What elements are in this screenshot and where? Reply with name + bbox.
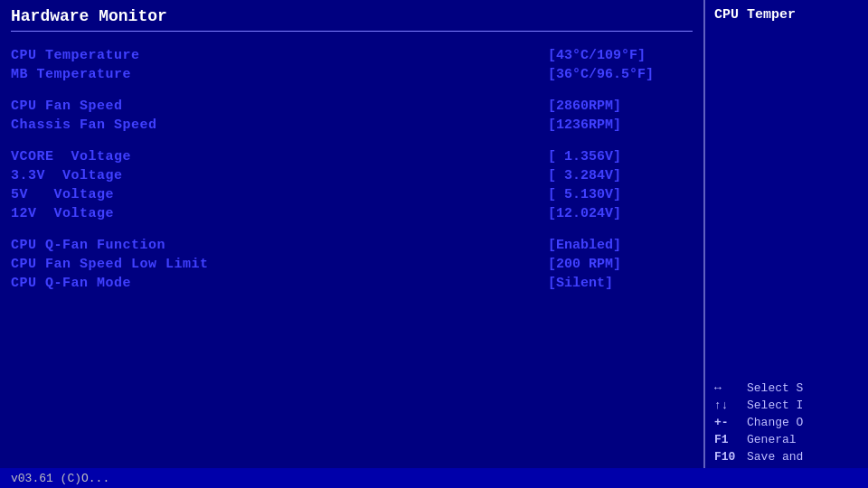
value-5v: [ 5.130V] bbox=[548, 187, 693, 202]
key-arrows-desc: Select S bbox=[747, 381, 803, 395]
key-row-f1: F1 General bbox=[714, 433, 859, 446]
value-12v: [12.024V] bbox=[548, 206, 693, 221]
value-qfan-mode: [Silent] bbox=[548, 276, 693, 291]
label-fan-low-limit: CPU Fan Speed Low Limit bbox=[11, 257, 209, 272]
page-title: Hardware Monitor bbox=[11, 7, 167, 25]
value-cpu-temp: [43°C/109°F] bbox=[548, 48, 693, 63]
value-vcore: [ 1.356V] bbox=[548, 149, 693, 164]
label-33v: 3.3V Voltage bbox=[11, 168, 123, 183]
key-f10: F10 bbox=[714, 450, 741, 464]
row-chassis-fan: Chassis Fan Speed [1236RPM] bbox=[11, 116, 693, 135]
label-12v: 12V Voltage bbox=[11, 206, 114, 221]
bottom-text: v03.61 (C)O... bbox=[11, 472, 109, 485]
value-mb-temp: [36°C/96.5°F] bbox=[548, 67, 693, 82]
row-33v: 3.3V Voltage [ 3.284V] bbox=[11, 166, 693, 185]
key-updown: ↑↓ bbox=[714, 399, 741, 412]
key-plusminus: +- bbox=[714, 416, 741, 429]
row-mb-temp: MB Temperature [36°C/96.5°F] bbox=[11, 65, 693, 84]
row-vcore: VCORE Voltage [ 1.356V] bbox=[11, 147, 693, 166]
value-cpu-fan: [2860RPM] bbox=[548, 99, 693, 114]
row-qfan-function[interactable]: CPU Q-Fan Function [Enabled] bbox=[11, 236, 693, 255]
label-5v: 5V Voltage bbox=[11, 187, 114, 202]
value-qfan-function: [Enabled] bbox=[548, 238, 693, 253]
row-12v: 12V Voltage [12.024V] bbox=[11, 204, 693, 223]
row-5v: 5V Voltage [ 5.130V] bbox=[11, 185, 693, 204]
key-f1: F1 bbox=[714, 433, 741, 446]
key-f10-desc: Save and bbox=[747, 450, 803, 464]
title-bar: Hardware Monitor bbox=[11, 7, 693, 32]
key-arrows: ↔ bbox=[714, 381, 741, 395]
key-f1-desc: General bbox=[747, 433, 797, 446]
right-panel-title: CPU Temper bbox=[714, 7, 859, 23]
value-fan-low-limit: [200 RPM] bbox=[548, 257, 693, 272]
content-area: CPU Temperature [43°C/109°F] MB Temperat… bbox=[11, 46, 693, 293]
label-vcore: VCORE Voltage bbox=[11, 149, 131, 164]
key-row-plusminus: +- Change O bbox=[714, 416, 859, 429]
right-panel: CPU Temper ↔ Select S ↑↓ Select I +- Cha… bbox=[705, 0, 868, 488]
key-help-section: ↔ Select S ↑↓ Select I +- Change O F1 Ge… bbox=[714, 381, 859, 481]
key-updown-desc: Select I bbox=[747, 399, 803, 412]
label-cpu-temp: CPU Temperature bbox=[11, 48, 140, 63]
value-chassis-fan: [1236RPM] bbox=[548, 117, 693, 133]
main-panel: Hardware Monitor CPU Temperature [43°C/1… bbox=[0, 0, 705, 488]
key-row-arrows: ↔ Select S bbox=[714, 381, 859, 395]
key-row-f10: F10 Save and bbox=[714, 450, 859, 464]
label-cpu-fan: CPU Fan Speed bbox=[11, 99, 123, 114]
key-row-updown: ↑↓ Select I bbox=[714, 399, 859, 412]
key-plusminus-desc: Change O bbox=[747, 416, 803, 429]
label-mb-temp: MB Temperature bbox=[11, 67, 131, 82]
label-qfan-function: CPU Q-Fan Function bbox=[11, 238, 165, 253]
row-cpu-temp: CPU Temperature [43°C/109°F] bbox=[11, 46, 693, 65]
label-qfan-mode: CPU Q-Fan Mode bbox=[11, 276, 131, 291]
label-chassis-fan: Chassis Fan Speed bbox=[11, 117, 157, 133]
bios-screen: Hardware Monitor CPU Temperature [43°C/1… bbox=[0, 0, 868, 488]
row-cpu-fan: CPU Fan Speed [2860RPM] bbox=[11, 97, 693, 116]
row-fan-low-limit[interactable]: CPU Fan Speed Low Limit [200 RPM] bbox=[11, 255, 693, 274]
row-qfan-mode[interactable]: CPU Q-Fan Mode [Silent] bbox=[11, 274, 693, 293]
bottom-bar: v03.61 (C)O... bbox=[0, 468, 868, 488]
value-33v: [ 3.284V] bbox=[548, 168, 693, 183]
